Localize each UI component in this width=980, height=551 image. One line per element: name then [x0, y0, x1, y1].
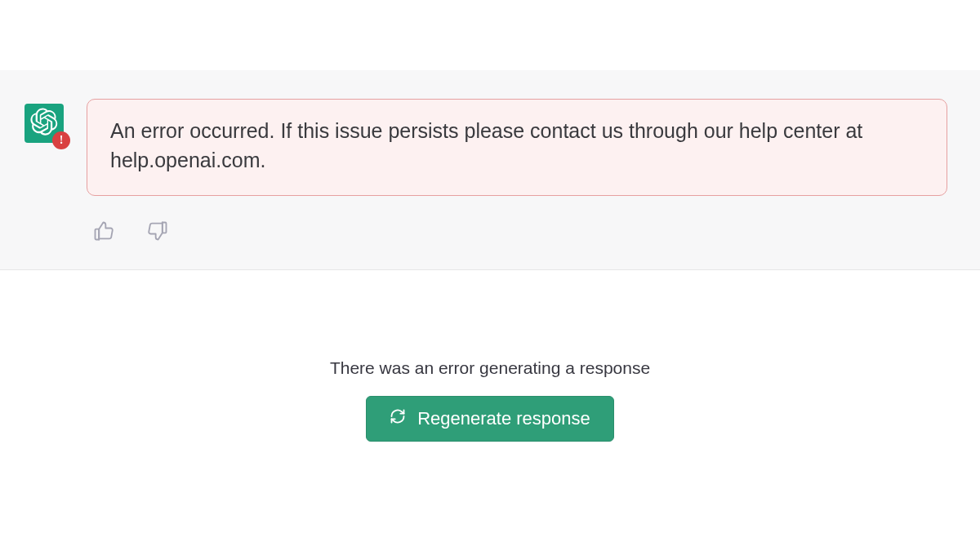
- error-badge-glyph: !: [60, 134, 64, 147]
- feedback-row: [87, 220, 947, 245]
- top-spacer: [0, 0, 980, 70]
- message-body: An error occurred. If this issue persist…: [87, 99, 956, 245]
- footer-area: There was an error generating a response…: [0, 270, 980, 442]
- thumbs-down-button[interactable]: [145, 220, 170, 245]
- error-message-text: An error occurred. If this issue persist…: [110, 119, 862, 171]
- regenerate-button[interactable]: Regenerate response: [366, 396, 614, 442]
- thumbs-up-button[interactable]: [91, 220, 116, 245]
- thumbs-down-icon: [146, 220, 169, 246]
- thumbs-up-icon: [92, 220, 115, 246]
- assistant-message-row: ! An error occurred. If this issue persi…: [0, 70, 980, 270]
- refresh-icon: [390, 408, 406, 429]
- regenerate-button-label: Regenerate response: [417, 408, 590, 429]
- error-badge-icon: !: [52, 131, 70, 149]
- error-status-text: There was an error generating a response: [0, 358, 980, 378]
- assistant-avatar-wrap: !: [24, 104, 64, 143]
- error-message-box: An error occurred. If this issue persist…: [87, 99, 947, 196]
